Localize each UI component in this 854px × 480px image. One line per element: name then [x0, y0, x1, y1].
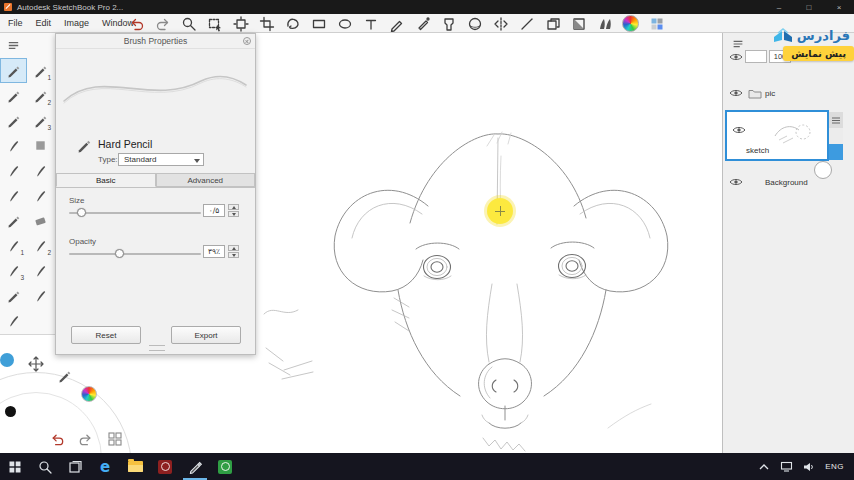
- gradient-icon[interactable]: [570, 15, 587, 32]
- brush-type-dropdown[interactable]: Standard: [118, 153, 204, 166]
- export-button[interactable]: Export: [171, 326, 241, 344]
- crop-icon[interactable]: [258, 15, 275, 32]
- brush-slot[interactable]: 2: [27, 83, 54, 108]
- task-view-icon[interactable]: [60, 453, 90, 480]
- rectangle-icon[interactable]: [310, 15, 327, 32]
- sphere-icon[interactable]: [466, 15, 483, 32]
- marker-tool-icon[interactable]: [440, 15, 457, 32]
- symmetry-icon[interactable]: [492, 15, 509, 32]
- menu-image[interactable]: Image: [64, 18, 89, 28]
- eye-icon[interactable]: [729, 52, 743, 62]
- close-icon[interactable]: [243, 37, 251, 45]
- eye-icon[interactable]: [732, 125, 746, 135]
- redo-icon[interactable]: [154, 15, 171, 32]
- maximize-button[interactable]: □: [794, 0, 824, 14]
- undo-icon[interactable]: [128, 15, 145, 32]
- lagoon-redo-icon[interactable]: [78, 432, 93, 451]
- layer-flyout-handle[interactable]: [829, 112, 843, 160]
- brush-slot[interactable]: [0, 108, 27, 133]
- lagoon-grid-icon[interactable]: [108, 432, 122, 450]
- brush-slot[interactable]: [27, 183, 54, 208]
- brush-slot[interactable]: [27, 258, 54, 283]
- palette-menu-icon[interactable]: [0, 33, 27, 58]
- chevron-up-icon[interactable]: [758, 462, 770, 472]
- brush-slot[interactable]: 1: [0, 233, 27, 258]
- opacity-step-up[interactable]: [228, 245, 239, 251]
- text-tool-icon[interactable]: [362, 15, 379, 32]
- lagoon-undo-icon[interactable]: [50, 432, 65, 451]
- lagoon-hub-icon[interactable]: [0, 353, 14, 367]
- blend-mode-box[interactable]: [745, 50, 767, 63]
- line-tool-icon[interactable]: [518, 15, 535, 32]
- brush-slot[interactable]: [0, 308, 27, 333]
- brush-slot-eraser[interactable]: [27, 208, 54, 233]
- menu-edit[interactable]: Edit: [36, 18, 52, 28]
- dual-brush-icon[interactable]: [596, 15, 613, 32]
- transform-icon[interactable]: [232, 15, 249, 32]
- eye-icon[interactable]: [729, 177, 743, 187]
- size-value[interactable]: ۰/۵: [203, 204, 225, 217]
- layers-tool-icon[interactable]: [544, 15, 561, 32]
- current-color-swatch[interactable]: [5, 406, 16, 417]
- brush-slot-stamp[interactable]: [27, 133, 54, 158]
- layers-menu-icon[interactable]: [731, 37, 745, 51]
- zoom-icon[interactable]: [180, 15, 197, 32]
- size-step-down[interactable]: [228, 211, 239, 217]
- tab-basic[interactable]: Basic: [56, 173, 156, 187]
- layer-flyout-tab[interactable]: [829, 144, 843, 160]
- pencil-tool-icon[interactable]: [388, 15, 405, 32]
- brush-slot[interactable]: [27, 33, 54, 58]
- brush-slot[interactable]: [0, 208, 27, 233]
- brush-slot[interactable]: [0, 158, 27, 183]
- color-wheel-icon[interactable]: [622, 15, 639, 32]
- minimize-button[interactable]: –: [764, 0, 794, 14]
- layer-row-sketch-selected[interactable]: sketch: [725, 110, 829, 161]
- size-slider[interactable]: [69, 208, 201, 218]
- reset-button[interactable]: Reset: [71, 326, 141, 344]
- brush-slot[interactable]: 1: [27, 58, 54, 83]
- search-icon[interactable]: [30, 453, 60, 480]
- layer-row-background[interactable]: Background: [723, 170, 854, 194]
- pen-tool-icon[interactable]: [414, 15, 431, 32]
- sketchbook-taskbar-icon[interactable]: [180, 453, 210, 480]
- network-icon[interactable]: [780, 461, 793, 472]
- brush-slot[interactable]: 2: [27, 233, 54, 258]
- selection-icon[interactable]: [206, 15, 223, 32]
- brush-slot-active-pencil[interactable]: [0, 58, 27, 83]
- opacity-slider[interactable]: [69, 249, 201, 259]
- volume-icon[interactable]: [803, 462, 815, 472]
- eye-icon[interactable]: [729, 88, 743, 98]
- opacity-slider-knob[interactable]: [115, 249, 124, 258]
- panel-resize-grip[interactable]: [149, 345, 165, 351]
- panel-drag-header[interactable]: Brush Properties: [56, 34, 255, 49]
- brush-slot[interactable]: [27, 283, 54, 308]
- background-color-thumb[interactable]: [814, 161, 832, 179]
- brush-slot[interactable]: 3: [27, 108, 54, 133]
- lagoon-transform-icon[interactable]: [28, 356, 44, 376]
- layer-row-pic[interactable]: pic: [723, 83, 854, 103]
- lasso-icon[interactable]: [284, 15, 301, 32]
- file-explorer-icon[interactable]: [120, 453, 150, 480]
- brush-slot[interactable]: [27, 308, 54, 333]
- opacity-step-down[interactable]: [228, 252, 239, 258]
- tab-advanced[interactable]: Advanced: [156, 173, 256, 187]
- red-app-icon[interactable]: [150, 453, 180, 480]
- close-button[interactable]: ×: [824, 0, 854, 14]
- language-indicator[interactable]: ENG: [825, 462, 844, 471]
- lagoon-color-wheel-icon[interactable]: [81, 386, 97, 402]
- brush-slot[interactable]: [27, 158, 54, 183]
- size-step-up[interactable]: [228, 204, 239, 210]
- edge-icon[interactable]: e: [90, 453, 120, 480]
- ellipse-icon[interactable]: [336, 15, 353, 32]
- brush-slot[interactable]: [0, 133, 27, 158]
- brush-slot[interactable]: [0, 83, 27, 108]
- brush-slot[interactable]: [0, 283, 27, 308]
- opacity-value[interactable]: ۳۹٪: [203, 245, 225, 258]
- brush-slot[interactable]: 3: [0, 258, 27, 283]
- size-slider-knob[interactable]: [77, 208, 86, 217]
- swatches-icon[interactable]: [648, 15, 665, 32]
- green-app-icon[interactable]: [210, 453, 240, 480]
- brush-slot[interactable]: [0, 183, 27, 208]
- layer-flyout-mid[interactable]: [829, 128, 843, 144]
- menu-file[interactable]: File: [8, 18, 23, 28]
